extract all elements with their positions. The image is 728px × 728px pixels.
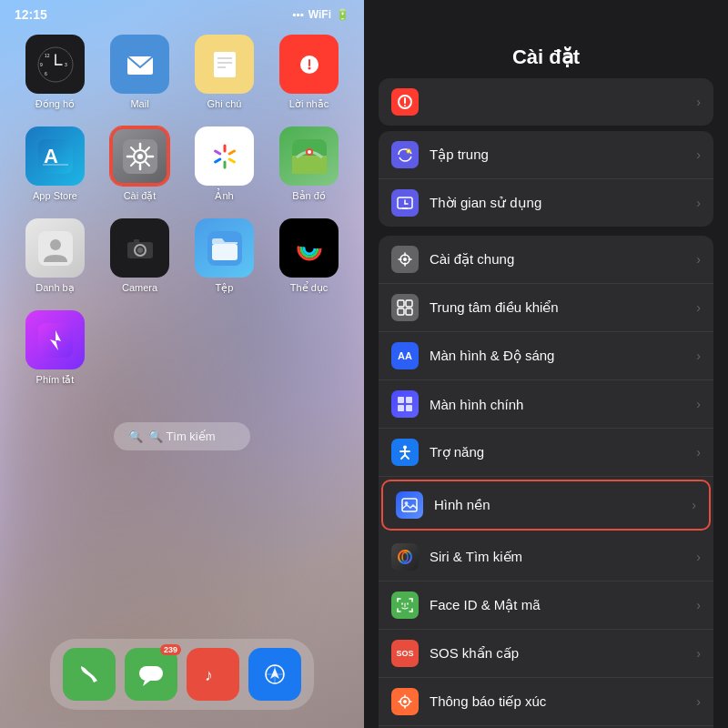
- status-time: 12:15: [15, 7, 47, 22]
- camera-icon: [110, 218, 169, 278]
- dock-messages[interactable]: 239: [125, 648, 177, 701]
- screentime-icon: [391, 189, 419, 217]
- safari-icon: [248, 648, 301, 701]
- app-settings[interactable]: Cài đặt: [101, 126, 178, 202]
- svg-rect-10: [214, 52, 236, 77]
- app-photos[interactable]: Ảnh: [186, 126, 263, 202]
- wallpaper-chevron: ›: [692, 498, 696, 512]
- exposure-label: Thông báo tiếp xúc: [430, 693, 696, 710]
- svg-line-96: [405, 455, 409, 459]
- svg-text:♪: ♪: [205, 666, 213, 684]
- svg-point-48: [137, 248, 143, 253]
- settings-item-general[interactable]: Cài đặt chung ›: [379, 236, 713, 284]
- svg-rect-88: [398, 397, 404, 403]
- display-chevron: ›: [696, 349, 701, 363]
- dock-phone[interactable]: [63, 648, 116, 701]
- appstore-label: App Store: [33, 190, 77, 201]
- messages-icon: [125, 648, 177, 701]
- app-mail[interactable]: Mail: [101, 35, 178, 110]
- settings-item-display[interactable]: AA Màn hình & Độ sáng ›: [379, 332, 713, 380]
- files-icon: [195, 218, 254, 278]
- svg-point-23: [137, 154, 143, 159]
- settings-item-faceid[interactable]: Face ID & Mật mã ›: [379, 581, 713, 630]
- app-reminders[interactable]: Lời nhắc: [270, 35, 348, 110]
- display-label: Màn hình & Độ sáng: [430, 348, 696, 364]
- clock-icon: 12 6 9 3: [25, 35, 85, 94]
- app-clock[interactable]: 12 6 9 3 Đồng hồ: [16, 35, 94, 110]
- search-icon: 🔍: [128, 430, 143, 443]
- svg-rect-85: [406, 300, 412, 307]
- search-bar[interactable]: 🔍 🔍 Tìm kiếm: [114, 422, 250, 450]
- app-camera[interactable]: Camera: [101, 218, 178, 294]
- sos-label: SOS khẩn cấp: [430, 645, 696, 662]
- accessibility-label: Trợ năng: [430, 444, 696, 460]
- settings-panel: Cài đặt ›: [364, 0, 728, 728]
- settings-item-screentime[interactable]: Thời gian sử dụng ›: [379, 179, 713, 227]
- control-chevron: ›: [696, 300, 701, 315]
- focus-chevron: ›: [696, 147, 701, 162]
- exposure-chevron: ›: [696, 694, 701, 709]
- svg-text:12: 12: [45, 53, 50, 58]
- maps-label: Bản đồ: [292, 190, 326, 202]
- app-maps[interactable]: Bản đồ: [270, 126, 348, 202]
- app-appstore[interactable]: A App Store: [16, 126, 94, 202]
- settings-icon: [110, 126, 169, 186]
- partial-icon: [391, 88, 419, 116]
- settings-item-accessibility[interactable]: Trợ năng ›: [379, 429, 713, 477]
- app-contacts[interactable]: Danh bạ: [16, 218, 94, 294]
- svg-point-44: [50, 239, 61, 250]
- shortcuts-label: Phím tắt: [36, 374, 75, 386]
- mail-label: Mail: [130, 98, 148, 109]
- sos-icon: SOS: [391, 640, 419, 667]
- reminders-icon: [279, 35, 339, 94]
- svg-point-73: [408, 150, 410, 152]
- app-notes[interactable]: Ghi chú: [186, 35, 263, 110]
- svg-point-113: [403, 700, 407, 703]
- settings-item-wallpaper[interactable]: Hình nền ›: [381, 480, 711, 531]
- messages-badge: 239: [160, 644, 181, 655]
- svg-rect-97: [402, 499, 417, 511]
- control-label: Trung tâm điều khiển: [430, 299, 696, 316]
- wallpaper-icon: [396, 491, 423, 519]
- contacts-label: Danh bạ: [35, 282, 74, 294]
- contacts-icon: [25, 218, 85, 278]
- control-icon: [391, 294, 419, 321]
- settings-list: › Tập trung ›: [364, 78, 728, 728]
- fitness-icon: [279, 218, 339, 278]
- dock-safari[interactable]: [248, 648, 301, 701]
- settings-item-siri[interactable]: Siri & Tìm kiếm ›: [379, 533, 713, 581]
- display-icon: AA: [391, 342, 419, 369]
- svg-rect-49: [134, 239, 139, 243]
- wifi-icon: WiFi: [308, 8, 331, 21]
- svg-text:6: 6: [45, 71, 47, 76]
- settings-item-control[interactable]: Trung tâm điều khiển ›: [379, 284, 713, 332]
- app-fitness[interactable]: Thể dục: [270, 218, 348, 294]
- dock-music[interactable]: ♪: [187, 648, 239, 701]
- notes-icon: [195, 35, 254, 94]
- photos-label: Ảnh: [215, 190, 233, 202]
- fitness-label: Thể dục: [290, 282, 329, 294]
- settings-item-homescreen[interactable]: Màn hình chính ›: [379, 380, 713, 429]
- svg-rect-86: [398, 308, 404, 315]
- faceid-label: Face ID & Mật mã: [430, 597, 696, 613]
- battery-icon: 🔋: [336, 8, 349, 21]
- settings-item-partial[interactable]: ›: [379, 78, 713, 126]
- svg-text:A: A: [44, 145, 58, 167]
- settings-item-exposure[interactable]: Thông báo tiếp xúc ›: [379, 678, 713, 726]
- mail-icon: [110, 35, 169, 94]
- settings-item-focus[interactable]: Tập trung ›: [379, 131, 713, 179]
- svg-point-98: [405, 501, 409, 505]
- exposure-icon: [391, 688, 419, 715]
- homescreen-label: Màn hình chính: [430, 397, 696, 412]
- settings-title: Cài đặt: [364, 0, 728, 78]
- partial-chevron: ›: [696, 95, 701, 109]
- svg-point-100: [402, 552, 408, 561]
- app-files[interactable]: Tệp: [186, 218, 263, 294]
- svg-text:9: 9: [40, 62, 43, 67]
- general-chevron: ›: [696, 252, 701, 267]
- sos-chevron: ›: [696, 646, 701, 661]
- app-shortcuts[interactable]: Phím tắt: [16, 310, 94, 386]
- faceid-icon: [391, 592, 419, 619]
- settings-item-sos[interactable]: SOS SOS khẩn cấp ›: [379, 630, 713, 678]
- svg-rect-87: [406, 308, 412, 315]
